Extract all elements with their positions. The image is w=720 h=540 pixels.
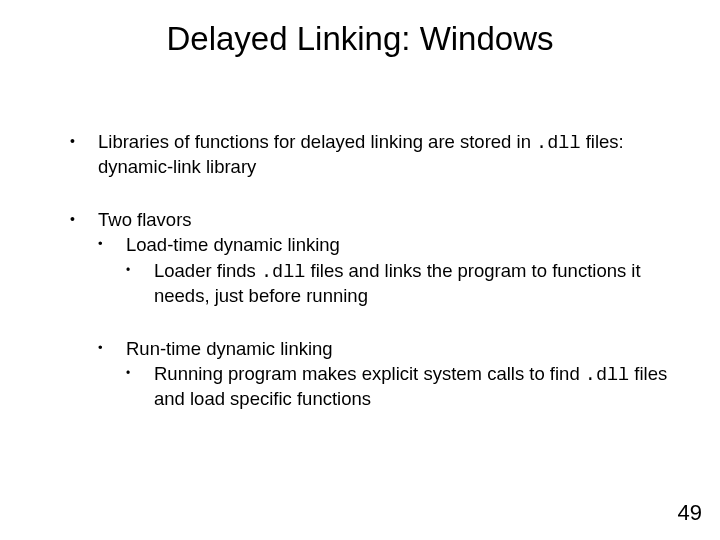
bullet-text: Libraries of functions for delayed linki… bbox=[98, 130, 670, 178]
bullet-run-time: • Run-time dynamic linking bbox=[98, 337, 670, 360]
bullet-text: Load-time dynamic linking bbox=[126, 233, 670, 256]
text-fragment: Loader finds bbox=[154, 260, 261, 281]
bullet-two-flavors: • Two flavors bbox=[70, 208, 670, 231]
page-number: 49 bbox=[678, 500, 702, 526]
bullet-icon: • bbox=[98, 233, 126, 256]
bullet-running-program: • Running program makes explicit system … bbox=[126, 362, 670, 410]
code-fragment: .dll bbox=[536, 133, 580, 154]
slide-body: • Libraries of functions for delayed lin… bbox=[70, 130, 670, 410]
bullet-text: Two flavors bbox=[98, 208, 670, 231]
bullet-text: Loader finds .dll files and links the pr… bbox=[154, 259, 670, 307]
spacer bbox=[70, 307, 670, 335]
bullet-loader-finds: • Loader finds .dll files and links the … bbox=[126, 259, 670, 307]
code-fragment: .dll bbox=[585, 365, 629, 386]
slide: Delayed Linking: Windows • Libraries of … bbox=[0, 0, 720, 540]
bullet-libraries: • Libraries of functions for delayed lin… bbox=[70, 130, 670, 178]
bullet-icon: • bbox=[126, 362, 154, 410]
text-fragment: Libraries of functions for delayed linki… bbox=[98, 131, 536, 152]
bullet-text: Running program makes explicit system ca… bbox=[154, 362, 670, 410]
bullet-icon: • bbox=[70, 130, 98, 178]
text-fragment: Running program makes explicit system ca… bbox=[154, 363, 585, 384]
code-fragment: .dll bbox=[261, 262, 305, 283]
bullet-icon: • bbox=[126, 259, 154, 307]
bullet-icon: • bbox=[70, 208, 98, 231]
bullet-text: Run-time dynamic linking bbox=[126, 337, 670, 360]
bullet-icon: • bbox=[98, 337, 126, 360]
slide-title: Delayed Linking: Windows bbox=[0, 20, 720, 58]
bullet-load-time: • Load-time dynamic linking bbox=[98, 233, 670, 256]
